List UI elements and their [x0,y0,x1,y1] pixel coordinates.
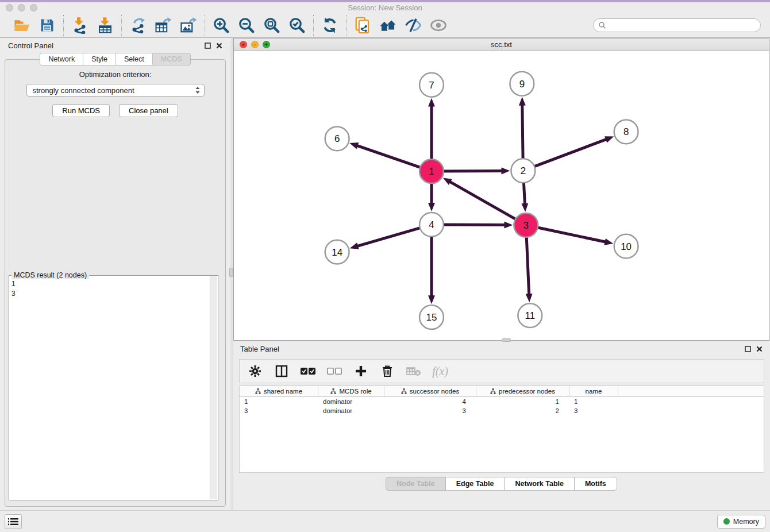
network-window-title: scc.txt [234,40,769,49]
edge-2-3[interactable] [521,180,528,212]
node-4[interactable]: 4 [419,213,444,237]
float-panel-icon[interactable] [204,42,211,49]
network-canvas[interactable]: 7968124314101511 [234,52,769,340]
svg-text:3: 3 [523,220,529,231]
import-network-icon[interactable] [71,16,89,34]
refresh-view-icon[interactable] [321,16,339,34]
edge-3-1[interactable] [443,178,518,221]
zoom-fit-icon[interactable] [263,16,281,34]
search-field[interactable] [593,18,761,32]
hide-selected-icon[interactable] [404,16,422,34]
edge-1-4[interactable] [428,181,435,211]
edge-3-11[interactable] [526,235,533,303]
table-cell: 1 [569,398,618,405]
edge-3-10[interactable] [536,227,613,245]
table-cell: 4 [384,398,476,405]
first-neighbors-icon[interactable] [379,16,397,34]
table-header-row: shared nameMCDS rolesuccessor nodesprede… [240,386,764,397]
node-14[interactable]: 14 [325,240,349,264]
node-10[interactable]: 10 [614,234,638,259]
node-3[interactable]: 3 [514,213,538,237]
close-panel-icon[interactable] [215,42,222,49]
column-sort-icon [330,388,336,394]
export-table-icon[interactable] [154,16,172,34]
node-1[interactable]: 1 [419,159,444,183]
table-tab-edge-table[interactable]: Edge Table [445,477,505,491]
task-history-button[interactable] [5,514,22,529]
node-11[interactable]: 11 [518,303,542,327]
export-network-icon[interactable] [129,16,147,34]
edge-4-14[interactable] [350,228,422,249]
import-table-icon[interactable] [96,16,114,34]
show-all-icon[interactable] [429,16,448,34]
zoom-in-icon[interactable] [212,16,230,34]
clone-network-icon[interactable] [353,16,372,34]
table-panel: Table Panel f(x) shared n [233,342,769,510]
svg-text:6: 6 [334,133,340,144]
delete-column-icon[interactable] [380,364,395,379]
column-header-shared-name[interactable]: shared name [240,386,318,396]
show-column-panel-icon[interactable] [274,364,289,379]
network-maximize-button[interactable]: + [263,41,270,48]
deselect-all-columns-icon[interactable] [327,364,342,379]
save-session-icon[interactable] [38,16,56,34]
table-row[interactable]: 1dominator411 [240,397,764,406]
table-settings-icon[interactable] [248,364,263,379]
edge-4-3[interactable] [441,222,513,229]
edge-4-15[interactable] [428,234,435,304]
control-tab-network[interactable]: Network [40,53,83,65]
run-mcds-button[interactable]: Run MCDS [52,104,110,117]
node-7[interactable]: 7 [419,73,444,97]
mcds-result-scrollbar[interactable] [210,276,217,499]
mcds-result-item: 3 [11,289,210,299]
svg-text:9: 9 [519,79,525,90]
close-panel-button[interactable]: Close panel [119,104,178,117]
node-2[interactable]: 2 [511,159,535,183]
node-6[interactable]: 6 [325,126,349,151]
search-input[interactable] [609,21,756,29]
table-toolbar: f(x) [239,359,764,383]
edge-1-7[interactable] [428,98,435,162]
edge-2-9[interactable] [519,97,526,161]
select-all-columns-icon[interactable] [301,364,315,379]
close-table-panel-icon[interactable] [756,346,763,353]
zoom-out-icon[interactable] [237,16,256,34]
optimization-criterion-select[interactable]: strongly connected component [26,84,205,97]
zoom-selected-icon[interactable] [288,16,306,34]
column-header-successor-nodes[interactable]: successor nodes [384,386,476,396]
table-tab-node-table[interactable]: Node Table [386,477,445,491]
table-body: 1dominator4113dominator323 [240,397,764,415]
svg-text:8: 8 [623,126,629,137]
edge-2-8[interactable] [532,136,614,167]
table-panel-title: Table Panel [240,345,279,353]
column-sort-icon [490,388,496,394]
control-tab-select[interactable]: Select [116,53,152,65]
svg-text:14: 14 [332,247,342,258]
table-tab-network-table[interactable]: Network Table [504,477,574,491]
table-row[interactable]: 3dominator323 [240,406,764,415]
node-9[interactable]: 9 [510,72,534,96]
edge-1-6[interactable] [349,142,422,168]
main-toolbar [0,13,770,38]
column-header-mcds-role[interactable]: MCDS role [318,386,384,396]
node-15[interactable]: 15 [419,305,444,329]
mcds-result-title: MCDS result (2 nodes) [11,271,89,279]
control-tab-mcds[interactable]: MCDS [152,53,191,65]
svg-text:10: 10 [621,241,632,252]
mcds-tab-content: Optimization criterion: strongly connect… [5,59,226,507]
export-image-icon[interactable] [179,16,198,34]
network-minimize-button[interactable]: − [251,41,259,48]
control-panel: Control Panel NetworkStyleSelectMCDS Opt… [0,38,230,510]
splitter-grip[interactable] [229,268,233,277]
float-table-panel-icon[interactable] [744,346,751,353]
open-file-icon[interactable] [13,16,31,34]
edge-1-2[interactable] [441,167,510,174]
memory-button[interactable]: Memory [717,515,765,529]
column-header-name[interactable]: name [569,386,618,396]
network-close-button[interactable]: × [240,41,247,48]
table-tab-motifs[interactable]: Motifs [574,477,617,491]
column-header-predecessor-nodes[interactable]: predecessor nodes [476,386,569,396]
node-8[interactable]: 8 [614,120,638,144]
control-tab-style[interactable]: Style [83,53,116,65]
create-column-icon[interactable] [353,364,368,379]
